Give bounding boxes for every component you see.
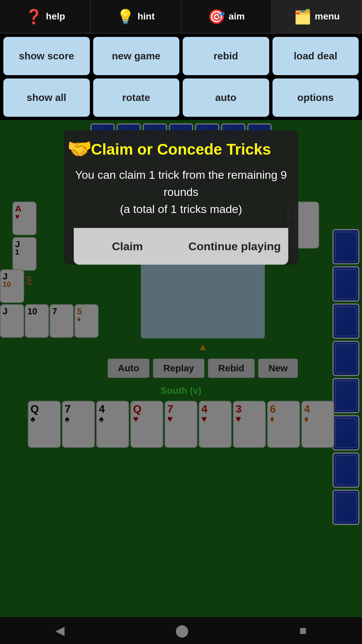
help-label: help [46, 11, 65, 22]
hint-button[interactable]: 💡 hint [90, 0, 181, 33]
claim-icon: 🤝 [67, 137, 92, 161]
help-icon: ❓ [25, 8, 43, 25]
auto-button[interactable]: auto [183, 78, 269, 117]
options-button[interactable]: options [273, 78, 359, 117]
aim-label: aim [229, 11, 245, 22]
menu-grid: show score new game rebid load deal show… [0, 34, 362, 120]
show-score-button[interactable]: show score [3, 37, 90, 75]
claim-overlay: 🤝 Claim or Concede Tricks You can claim … [0, 120, 362, 644]
load-deal-button[interactable]: load deal [273, 37, 359, 75]
menu-icon: 🗂️ [294, 8, 311, 25]
toolbar: ❓ help 💡 hint 🎯 aim 🗂️ menu [0, 0, 362, 34]
game-content: North (v) sampledeal.pbn Board 3 3♣ (9 t… [0, 120, 362, 644]
claim-title: Claim or Concede Tricks [74, 140, 288, 158]
rebid-button[interactable]: rebid [183, 37, 269, 75]
new-game-button[interactable]: new game [93, 37, 180, 75]
aim-icon: 🎯 [208, 8, 225, 25]
game-section: North (v) sampledeal.pbn Board 3 3♣ (9 t… [0, 120, 362, 644]
claim-body: You can claim 1 trick from the remaining… [74, 166, 288, 218]
claim-buttons: Claim Continue playing [74, 228, 288, 265]
hint-icon: 💡 [117, 8, 134, 25]
continue-playing-button[interactable]: Continue playing [181, 228, 288, 265]
show-all-button[interactable]: show all [3, 78, 90, 117]
claim-dialog: 🤝 Claim or Concede Tricks You can claim … [64, 130, 298, 265]
menu-button[interactable]: 🗂️ menu [272, 0, 362, 33]
help-button[interactable]: ❓ help [0, 0, 90, 33]
rotate-button[interactable]: rotate [93, 78, 180, 117]
menu-label: menu [315, 11, 340, 22]
hint-label: hint [137, 11, 155, 22]
claim-button[interactable]: Claim [74, 228, 181, 265]
aim-button[interactable]: 🎯 aim [181, 0, 272, 33]
